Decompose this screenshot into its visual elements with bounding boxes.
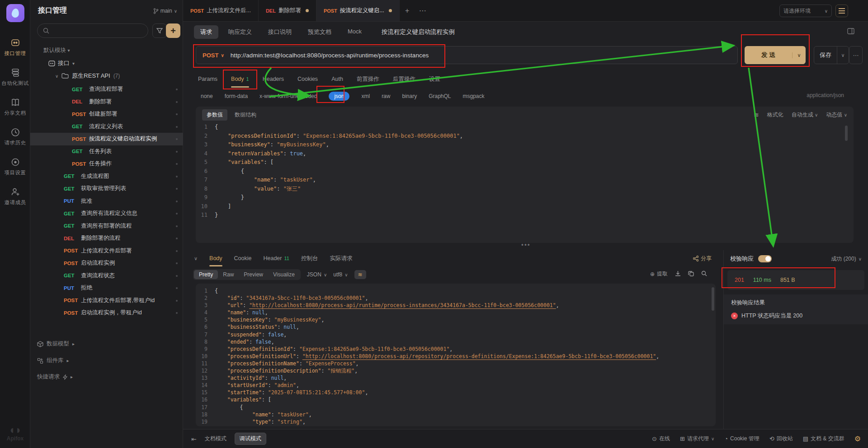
response-tab-实际请求[interactable]: 实际请求 xyxy=(330,250,352,266)
tree-item[interactable]: POST启动流程实例 xyxy=(30,257,183,270)
response-body-viewer[interactable]: 1{2 "id": "3434167a-5bcc-11f0-bce3-00505… xyxy=(196,284,716,426)
tree-item[interactable]: DEL删除部署的流程 xyxy=(30,232,183,245)
layout-panel-icon[interactable] xyxy=(847,28,854,36)
request-section-tab-设置[interactable]: 设置 xyxy=(429,70,440,88)
search-response-button[interactable] xyxy=(701,271,707,278)
doc-mode-button[interactable]: 文档模式 xyxy=(205,435,226,443)
body-type-x-www-form-urlencoded[interactable]: x-www-form-urlencoded xyxy=(259,93,317,99)
module-selector[interactable]: 默认模块 ▾ xyxy=(43,47,70,54)
url-bar[interactable]: POST∨ http://admin:test@localhost:8080/p… xyxy=(196,46,738,64)
request-tab-上传流程文件后...[interactable]: POST上传流程文件后... xyxy=(183,0,259,21)
format-select[interactable]: JSON∨ xyxy=(307,271,327,278)
send-options-chevron[interactable]: ∨ xyxy=(792,52,806,58)
more-actions-button[interactable]: ⋯ xyxy=(849,46,863,64)
subtab-请求[interactable]: 请求 xyxy=(194,25,218,39)
request-section-tab-Headers[interactable]: Headers xyxy=(263,70,284,88)
app-logo[interactable] xyxy=(6,4,24,22)
request-tab-删除部署[interactable]: DEL删除部署 xyxy=(259,0,316,21)
tree-item[interactable]: GET查询所有流程定义信息 xyxy=(30,207,183,220)
tree-item[interactable]: POST按流程定义键启动流程实例 xyxy=(30,133,183,145)
encoding-select[interactable]: utf8∨ xyxy=(333,271,348,278)
collapse-sidebar-icon[interactable]: ⇤ xyxy=(191,435,197,443)
response-tab-Body[interactable]: Body xyxy=(209,250,222,266)
copy-button[interactable] xyxy=(688,271,694,278)
tree-item[interactable]: GET查询流程状态 xyxy=(30,270,183,282)
extract-button[interactable]: ⊕ 提取 xyxy=(650,270,668,278)
response-scrollbar[interactable] xyxy=(712,287,714,311)
sidebar-section-components[interactable]: 组件库▸ xyxy=(37,357,69,364)
save-options-chevron[interactable]: ∨ xyxy=(837,47,849,64)
editor-action-自动生成[interactable]: 自动生成 ∨ xyxy=(792,111,818,119)
tree-item[interactable]: POST启动流程实例，带租户id xyxy=(30,307,183,319)
sidebar-section-quick-request[interactable]: 快捷请求 ▸ xyxy=(37,373,73,381)
body-type-form-data[interactable]: form-data xyxy=(225,93,248,99)
search-input[interactable] xyxy=(37,23,148,38)
validation-toggle[interactable] xyxy=(758,255,772,262)
environment-selector[interactable]: 请选择环境 ∨ xyxy=(779,5,832,17)
view-tab-Pretty[interactable]: Pretty xyxy=(194,270,218,279)
tree-item[interactable]: GET查询所有部署的流程 xyxy=(30,220,183,233)
rail-item-请求历史[interactable]: 请求历史 xyxy=(0,127,30,146)
filter-button[interactable] xyxy=(152,23,167,38)
tree-item[interactable]: GET流程定义列表 xyxy=(30,121,183,133)
format-code-button[interactable]: ≋ xyxy=(354,270,366,279)
url-input[interactable]: http://admin:test@localhost:8080/process… xyxy=(231,52,429,59)
send-button[interactable]: 发 送 ∨ xyxy=(745,46,806,64)
rail-item-分享文档[interactable]: 分享文档 xyxy=(0,98,30,117)
rail-item-邀请成员[interactable]: 邀请成员 xyxy=(0,187,30,206)
tree-item[interactable]: POST任务操作 xyxy=(30,158,183,170)
tree-item[interactable]: DEL删除部署 xyxy=(30,96,183,108)
editor-action-动态值[interactable]: 动态值 ∨ xyxy=(826,111,847,119)
editor-tab-参数值[interactable]: 参数值 xyxy=(202,109,227,121)
subtab-Mock[interactable]: Mock xyxy=(341,25,368,39)
debug-mode-button[interactable]: 调试模式 xyxy=(235,433,266,445)
response-tab-Header[interactable]: Header11 xyxy=(263,250,289,266)
tree-item[interactable]: GET查询流程部署 xyxy=(30,83,183,96)
menu-button[interactable] xyxy=(835,5,848,17)
add-api-button[interactable]: + xyxy=(166,23,180,38)
view-tab-Raw[interactable]: Raw xyxy=(218,270,239,279)
wrap-icon[interactable]: ≋ xyxy=(754,111,759,118)
collapse-chevron-icon[interactable]: ∨ xyxy=(194,256,198,261)
request-section-tab-Params[interactable]: Params xyxy=(198,70,217,88)
editor-action-格式化[interactable]: 格式化 xyxy=(767,111,783,119)
rail-item-项目设置[interactable]: 项目设置 xyxy=(0,157,30,176)
tree-root-api[interactable]: 接口 ▾ xyxy=(48,59,75,67)
tree-item[interactable]: POST上传流程文件后部署 xyxy=(30,245,183,257)
rail-item-自动化测试[interactable]: 自动化测试 xyxy=(0,68,30,87)
validation-mode-select[interactable]: 成功 (200)∨ xyxy=(831,255,862,263)
settings-gear-icon[interactable]: ⚙ xyxy=(854,434,861,443)
request-section-tab-Auth[interactable]: Auth xyxy=(331,70,343,88)
body-type-GraphQL[interactable]: GraphQL xyxy=(429,93,451,99)
subtab-预览文档[interactable]: 预览文档 xyxy=(302,25,338,39)
tree-item[interactable]: GET任务列表 xyxy=(30,145,183,158)
bottom-item-请求代理[interactable]: ⊞请求代理 ∨ xyxy=(680,435,714,443)
body-type-raw[interactable]: raw xyxy=(382,93,390,99)
bottom-item-文档 & 交流群[interactable]: ▤文档 & 交流群 xyxy=(803,435,844,443)
view-tab-Visualize[interactable]: Visualize xyxy=(268,270,300,279)
share-button[interactable]: 分享 xyxy=(693,255,712,262)
body-type-none[interactable]: none xyxy=(201,93,213,99)
bottom-item-Cookie 管理[interactable]: ◔Cookie 管理 xyxy=(724,435,760,443)
response-tab-Cookie[interactable]: Cookie xyxy=(234,250,252,266)
tree-item[interactable]: GET获取审批管理列表 xyxy=(30,182,183,195)
request-section-tab-Cookies[interactable]: Cookies xyxy=(297,70,318,88)
branch-selector[interactable]: main ∨ xyxy=(153,8,177,14)
tab-overflow-button[interactable]: ⋯ xyxy=(415,0,430,21)
body-type-msgpack[interactable]: msgpack xyxy=(463,93,485,99)
request-section-tab-后置操作[interactable]: 后置操作 xyxy=(393,70,415,88)
body-type-json[interactable]: json xyxy=(329,92,349,101)
tree-item[interactable]: POST创建新部署 xyxy=(30,108,183,121)
response-tab-控制台[interactable]: 控制台 xyxy=(301,250,318,266)
request-tab-按流程定义键启...[interactable]: POST按流程定义键启... xyxy=(316,0,400,21)
body-type-binary[interactable]: binary xyxy=(402,93,417,99)
subtab-响应定义[interactable]: 响应定义 xyxy=(222,25,258,39)
download-button[interactable] xyxy=(675,271,681,278)
request-json-code[interactable]: 1{2 "processDefinitionId": "Expense:1:84… xyxy=(196,123,854,220)
editor-tab-数据结构[interactable]: 数据结构 xyxy=(230,109,261,121)
panel-splitter[interactable]: ••• xyxy=(183,243,868,250)
method-selector[interactable]: POST∨ xyxy=(196,47,231,64)
request-section-tab-前置操作[interactable]: 前置操作 xyxy=(357,70,379,88)
editor-scrollbar[interactable] xyxy=(845,126,848,141)
bottom-item-在线[interactable]: ⊙在线 xyxy=(652,435,670,443)
